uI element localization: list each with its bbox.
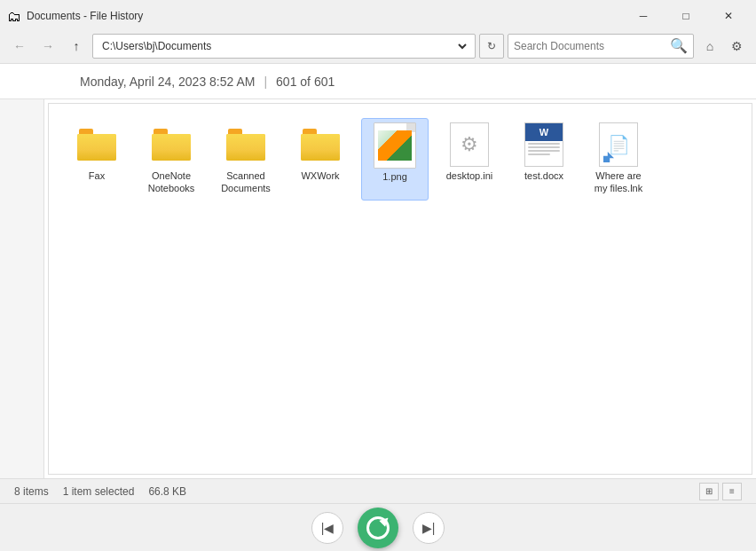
sidebar xyxy=(0,99,44,478)
address-bar[interactable]: C:\Users\bj\Documents xyxy=(92,34,476,59)
first-version-button[interactable]: |◀ xyxy=(311,512,343,544)
item-count-display: 601 of 601 xyxy=(276,75,335,89)
png-file-icon xyxy=(374,124,416,167)
restore-icon xyxy=(366,516,390,539)
gear-icon: ⚙ xyxy=(461,133,478,156)
file-label: Where are my files.lnk xyxy=(588,169,649,195)
restore-button[interactable] xyxy=(358,508,398,548)
docx-file-icon: W xyxy=(523,123,565,166)
file-grid: Fax OneNote Notebooks xyxy=(63,118,737,201)
list-item[interactable]: 📄 Where are my files.lnk xyxy=(585,118,652,201)
list-item[interactable]: W test.docx xyxy=(510,118,578,201)
folder-icon xyxy=(224,123,267,166)
file-label: 1.png xyxy=(382,170,407,183)
search-input[interactable] xyxy=(514,40,666,52)
home-button[interactable]: ⌂ xyxy=(697,34,722,59)
address-select[interactable]: C:\Users\bj\Documents xyxy=(98,39,469,53)
lnk-file-icon: 📄 xyxy=(597,123,640,166)
title-bar: 🗂 Documents - File History ─ □ ✕ xyxy=(0,0,756,28)
file-label: Fax xyxy=(89,169,105,182)
folder-icon xyxy=(299,123,342,166)
settings-button[interactable]: ⚙ xyxy=(724,34,749,59)
next-version-button[interactable]: ▶| xyxy=(413,512,445,544)
file-label: OneNote Notebooks xyxy=(141,169,201,195)
file-label: desktop.ini xyxy=(446,169,493,182)
minimize-button[interactable]: ─ xyxy=(623,5,664,27)
folder-icon xyxy=(150,123,193,166)
bottom-navigation: |◀ ▶| xyxy=(0,503,756,551)
search-icon: 🔍 xyxy=(670,37,688,54)
file-label: test.docx xyxy=(524,169,563,182)
list-item[interactable]: Fax xyxy=(63,118,130,201)
large-icons-view-button[interactable]: ⊞ xyxy=(699,483,719,500)
details-view-button[interactable]: ≡ xyxy=(722,483,742,500)
main-content: Fax OneNote Notebooks xyxy=(0,99,756,478)
list-item[interactable]: OneNote Notebooks xyxy=(138,118,205,201)
close-button[interactable]: ✕ xyxy=(708,5,749,27)
selected-info: 1 item selected xyxy=(63,485,135,498)
list-item[interactable]: 1.png xyxy=(361,118,429,201)
status-bar: 8 items 1 item selected 66.8 KB ⊞ ≡ xyxy=(0,478,756,503)
status-left: 8 items 1 item selected 66.8 KB xyxy=(14,485,186,498)
date-bar: Monday, April 24, 2023 8:52 AM | 601 of … xyxy=(0,64,756,99)
title-bar-text: Documents - File History xyxy=(27,10,623,22)
back-button[interactable]: ← xyxy=(7,34,32,59)
search-box[interactable]: 🔍 xyxy=(508,34,694,59)
list-item[interactable]: Scanned Documents xyxy=(212,118,280,201)
date-text: Monday, April 24, 2023 8:52 AM xyxy=(80,75,255,89)
ini-file-icon: ⚙ xyxy=(448,123,491,166)
file-label: Scanned Documents xyxy=(216,169,276,195)
maximize-button[interactable]: □ xyxy=(665,5,706,27)
status-right: ⊞ ≡ xyxy=(699,483,742,500)
up-button[interactable]: ↑ xyxy=(64,34,89,59)
list-item[interactable]: ⚙ desktop.ini xyxy=(436,118,503,201)
item-count: 8 items xyxy=(14,485,49,498)
folder-icon xyxy=(75,123,118,166)
toolbar: ← → ↑ C:\Users\bj\Documents ↻ 🔍 ⌂ ⚙ xyxy=(0,28,756,64)
forward-button[interactable]: → xyxy=(35,34,60,59)
window-controls: ─ □ ✕ xyxy=(623,5,749,27)
file-size: 66.8 KB xyxy=(148,485,186,498)
file-label: WXWork xyxy=(301,169,339,182)
app-icon: 🗂 xyxy=(7,9,21,23)
toolbar-actions: ⌂ ⚙ xyxy=(697,34,749,59)
refresh-button[interactable]: ↻ xyxy=(479,34,504,59)
separator: | xyxy=(264,75,267,89)
file-area: Fax OneNote Notebooks xyxy=(48,103,752,475)
list-item[interactable]: WXWork xyxy=(287,118,354,201)
